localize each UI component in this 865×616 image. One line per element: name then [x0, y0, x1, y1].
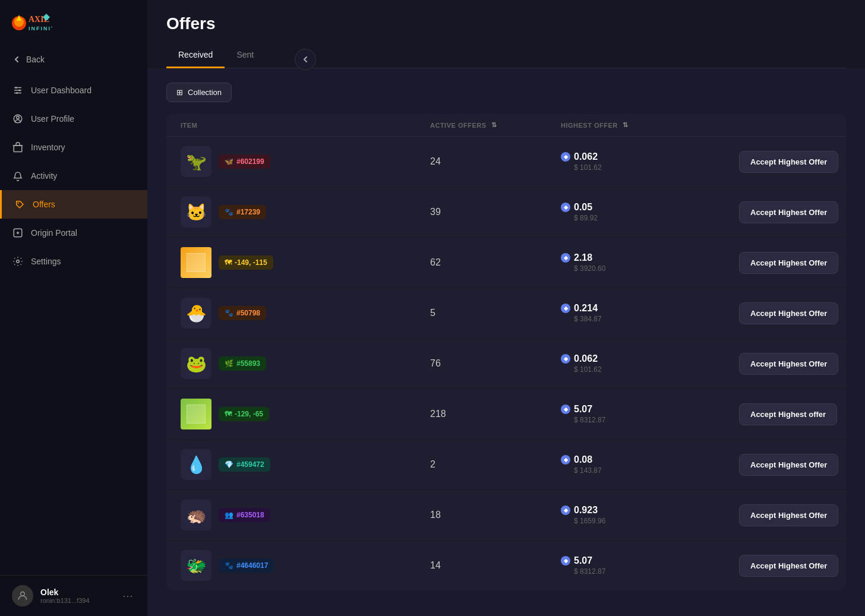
back-arrow-icon — [12, 55, 21, 64]
item-thumbnail: 🐸 — [181, 348, 211, 379]
eth-amount: ◆ 0.062 — [561, 151, 739, 162]
accept-highest-offer-button[interactable]: Accept Highest Offer — [739, 555, 838, 577]
item-thumbnail: 🦖 — [181, 146, 211, 177]
eth-icon: ◆ — [561, 506, 570, 515]
col-header-action — [739, 121, 832, 129]
item-badge: 💎 #459472 — [219, 457, 270, 472]
page-title: Offers — [166, 14, 846, 33]
tab-bar: Received Sent — [166, 43, 846, 68]
badge-text: #17239 — [236, 208, 260, 216]
active-offers-value: 18 — [430, 510, 561, 520]
item-thumbnail — [181, 247, 211, 278]
back-button[interactable]: Back — [0, 48, 147, 71]
highest-offer-cell: ◆ 0.062 $ 101.62 — [561, 353, 739, 374]
eth-amount: ◆ 0.05 — [561, 202, 739, 213]
table-row: 🦖 🦋 #602199 24 ◆ 0.062 $ 101.62 Accept H… — [166, 137, 846, 187]
collection-filter-button[interactable]: ⊞ Collection — [166, 83, 232, 102]
axie-image: 🦔 — [186, 506, 207, 525]
col-header-active-offers[interactable]: ACTIVE OFFERS ⇅ — [430, 121, 561, 129]
sort-icon-active-offers: ⇅ — [491, 121, 497, 129]
sliders-icon — [12, 84, 24, 96]
svg-point-11 — [16, 92, 18, 94]
item-cell: 🦖 🦋 #602199 — [181, 146, 430, 177]
accept-highest-offer-button[interactable]: Accept Highest Offer — [739, 201, 838, 223]
badge-icon: 👥 — [225, 511, 233, 519]
logo-area: AXIE INFINITY — [0, 0, 147, 48]
eth-icon: ◆ — [561, 455, 570, 465]
axie-image: 🦖 — [186, 152, 207, 172]
axie-image: 🐸 — [186, 354, 207, 374]
offers-table: ITEM ACTIVE OFFERS ⇅ HIGHEST OFFER ⇅ 🦖 — [166, 114, 846, 590]
accept-highest-offer-button[interactable]: Accept Highest Offer — [739, 353, 838, 375]
axie-image: 💧 — [186, 455, 207, 475]
sidebar-item-label: Offers — [33, 200, 55, 209]
svg-point-9 — [15, 87, 17, 89]
sidebar-item-offers[interactable]: Offers — [0, 190, 147, 219]
user-name: Olek — [40, 587, 113, 597]
active-offers-value: 218 — [430, 409, 561, 419]
item-thumbnail: 🐱 — [181, 197, 211, 228]
sidebar-item-settings[interactable]: Settings — [0, 247, 147, 276]
item-badge: 🗺 -129, -65 — [219, 407, 269, 421]
item-cell: 🐲 🐾 #4646017 — [181, 550, 430, 581]
badge-icon: 🦋 — [225, 157, 233, 166]
eth-amount: ◆ 0.923 — [561, 505, 739, 516]
sidebar: AXIE INFINITY Back U — [0, 0, 147, 616]
table-row: 💧 💎 #459472 2 ◆ 0.08 $ 143.87 Accept Hig… — [166, 440, 846, 490]
highest-offer-cell: ◆ 5.07 $ 8312.87 — [561, 555, 739, 576]
accept-highest-offer-button[interactable]: Accept Highest Offer — [739, 504, 838, 526]
sidebar-item-activity[interactable]: Activity — [0, 162, 147, 190]
item-badge: 🦋 #602199 — [219, 154, 270, 169]
tab-sent[interactable]: Sent — [225, 43, 266, 68]
active-offers-value: 5 — [430, 308, 561, 318]
usd-amount: $ 3920.60 — [561, 264, 739, 273]
back-label: Back — [26, 55, 45, 64]
usd-amount: $ 1659.96 — [561, 517, 739, 525]
eth-icon: ◆ — [561, 304, 570, 313]
axie-image: 🐣 — [186, 304, 207, 323]
accept-highest-offer-button[interactable]: Accept Highest Offer — [739, 302, 838, 324]
item-thumbnail: 🦔 — [181, 500, 211, 530]
item-cell: 🗺 -129, -65 — [181, 399, 430, 429]
item-badge: 🐾 #17239 — [219, 205, 266, 219]
svg-rect-14 — [14, 146, 22, 152]
usd-amount: $ 384.87 — [561, 315, 739, 323]
tab-received[interactable]: Received — [166, 43, 225, 68]
item-cell: 🐣 🐾 #50798 — [181, 298, 430, 328]
sidebar-item-user-profile[interactable]: User Profile — [0, 105, 147, 133]
sidebar-item-label: Settings — [31, 257, 61, 266]
content-area: ⊞ Collection ITEM ACTIVE OFFERS ⇅ HIGHES… — [147, 68, 865, 616]
item-badge: 🗺 -149, -115 — [219, 255, 273, 270]
highest-offer-cell: ◆ 0.923 $ 1659.96 — [561, 505, 739, 525]
badge-icon: 🌿 — [225, 359, 233, 368]
highest-offer-cell: ◆ 5.07 $ 8312.87 — [561, 404, 739, 424]
accept-highest-offer-button[interactable]: Accept Highest Offer — [739, 454, 838, 476]
sidebar-item-user-dashboard[interactable]: User Dashboard — [0, 76, 147, 105]
svg-text:INFINITY: INFINITY — [29, 26, 52, 31]
filter-label: Collection — [188, 88, 222, 97]
accept-highest-offer-button[interactable]: Accept Highest Offer — [739, 252, 838, 274]
item-badge: 👥 #635018 — [219, 508, 270, 522]
item-thumbnail: 🐲 — [181, 550, 211, 581]
item-cell: 🗺 -149, -115 — [181, 247, 430, 278]
accept-highest-offer-button[interactable]: Accept Highest offer — [739, 403, 837, 425]
accept-highest-offer-button[interactable]: Accept Highest Offer — [739, 151, 838, 173]
main-content: Offers Received Sent ⊞ Collection ITEM A… — [147, 0, 865, 616]
sidebar-item-label: User Dashboard — [31, 86, 91, 95]
sidebar-item-label: Inventory — [31, 143, 65, 152]
svg-point-17 — [17, 260, 20, 263]
svg-point-15 — [18, 203, 19, 204]
table-row: 🐸 🌿 #55893 76 ◆ 0.062 $ 101.62 Accept Hi… — [166, 339, 846, 389]
sidebar-item-origin-portal[interactable]: Origin Portal — [0, 219, 147, 247]
user-more-button[interactable]: ⋯ — [120, 587, 135, 605]
scroll-back-button[interactable] — [295, 49, 316, 70]
sort-icon-highest-offer: ⇅ — [623, 121, 629, 129]
col-header-highest-offer[interactable]: HIGHEST OFFER ⇅ — [561, 121, 739, 129]
badge-text: #635018 — [236, 511, 264, 519]
highest-offer-cell: ◆ 0.08 $ 143.87 — [561, 454, 739, 475]
sidebar-item-inventory[interactable]: Inventory — [0, 133, 147, 162]
table-row: 🐲 🐾 #4646017 14 ◆ 5.07 $ 8312.87 Accept … — [166, 541, 846, 590]
eth-amount: ◆ 0.062 — [561, 353, 739, 364]
usd-amount: $ 143.87 — [561, 466, 739, 475]
sidebar-nav: User Dashboard User Profile Inventory — [0, 71, 147, 575]
